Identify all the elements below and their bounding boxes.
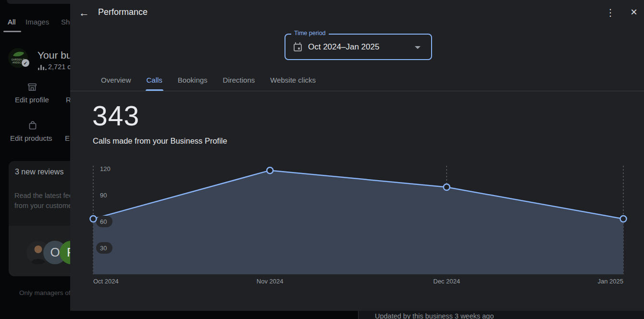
ytick-label: 30 (100, 245, 107, 252)
panel-title: Performance (98, 7, 148, 17)
active-tab-underline (3, 31, 21, 32)
reviews-card-body-line1: Read the latest fee (14, 192, 73, 199)
tab-bookings[interactable]: Bookings (178, 69, 208, 91)
verified-badge-icon: ✓ (22, 59, 29, 67)
reviews-card-body-line2: from your custome (14, 202, 72, 209)
xtick-label: Nov 2024 (257, 278, 284, 285)
metric-tabs: Overview Calls Bookings Directions Websi… (70, 69, 644, 91)
calendar-icon (294, 44, 302, 51)
back-icon[interactable]: ← (77, 6, 91, 20)
storefront-icon (27, 82, 37, 92)
edit-profile-button[interactable]: Edit profile (15, 96, 49, 104)
svg-text:ANDSC: ANDSC (12, 61, 21, 64)
data-point[interactable] (267, 167, 273, 173)
xtick-label: Jan 2025 (598, 278, 624, 285)
shopping-bag-icon (27, 120, 38, 131)
calls-total: 343 (92, 100, 139, 132)
search-card-remnant (7, 0, 70, 4)
performance-panel: ← Performance ⋮ × Oct 2024–Jan 2025 Time… (70, 0, 644, 311)
edit-products-button[interactable]: Edit products (10, 134, 52, 142)
ytick-label: 90 (100, 192, 107, 199)
calls-chart[interactable]: 306090120Oct 2024Nov 2024Dec 2024Jan 202… (70, 163, 644, 288)
data-point[interactable] (90, 216, 97, 222)
data-point[interactable] (444, 184, 450, 190)
updated-text: Updated by this business 3 weeks ago (375, 312, 494, 319)
tab-directions[interactable]: Directions (223, 69, 255, 91)
new-reviews-card[interactable]: 3 new reviews Read the latest fee from y… (9, 161, 77, 276)
time-period-select[interactable]: Oct 2024–Jan 2025 (285, 34, 432, 60)
more-options-icon[interactable]: ⋮ (604, 6, 617, 19)
bar-chart-icon (38, 64, 47, 70)
data-point[interactable] (620, 216, 627, 222)
sidebar-tab-images[interactable]: Images (25, 18, 49, 26)
ytick-label: 60 (100, 218, 107, 225)
ytick-label: 120 (100, 165, 111, 172)
edit-services-button-truncated[interactable]: E (65, 134, 70, 142)
sidebar-tab-all[interactable]: All (8, 18, 16, 26)
reviewers-strip: O R (9, 226, 77, 276)
calls-chart-container: 306090120Oct 2024Nov 2024Dec 2024Jan 202… (70, 163, 644, 288)
caret-down-icon (415, 46, 421, 49)
updated-info-card: Updated by this business 3 weeks ago (358, 311, 644, 319)
time-period-value: Oct 2024–Jan 2025 (308, 42, 379, 52)
area-fill (93, 171, 623, 274)
time-period-label: Time period (291, 30, 329, 37)
calls-description: Calls made from your Business Profile (93, 136, 227, 146)
tab-website-clicks[interactable]: Website clicks (270, 69, 316, 91)
close-icon[interactable]: × (627, 5, 641, 19)
xtick-label: Oct 2024 (93, 278, 119, 285)
tab-overview[interactable]: Overview (101, 69, 131, 91)
tab-calls[interactable]: Calls (147, 69, 162, 91)
xtick-label: Dec 2024 (433, 278, 460, 285)
reviews-card-title: 3 new reviews (15, 168, 63, 176)
